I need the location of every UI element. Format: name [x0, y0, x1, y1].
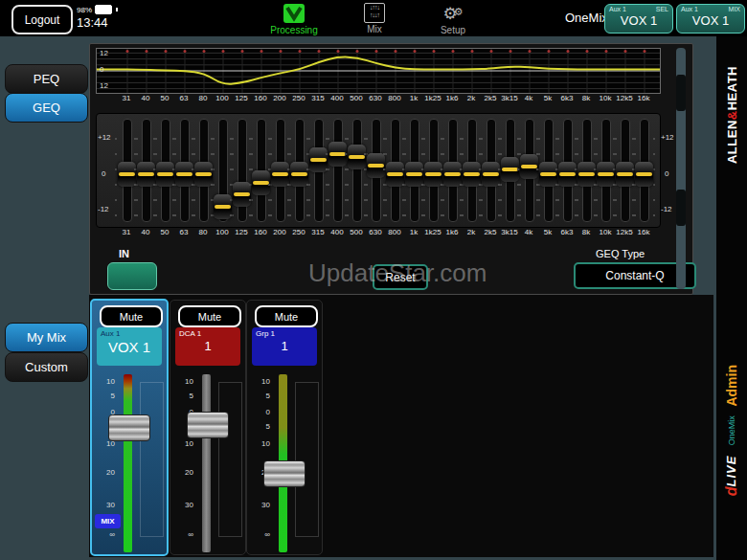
geq-tab-button[interactable]: GEQ	[5, 93, 88, 123]
geq-response-curve	[97, 49, 660, 93]
geq-fader-track-500[interactable]	[352, 119, 362, 222]
geq-fader-handle-16k[interactable]	[635, 162, 653, 187]
battery-icon	[95, 5, 112, 14]
tab-setup[interactable]: ⚙⚙ Setup	[419, 1, 487, 36]
level-meter	[124, 374, 132, 552]
freq-label: 63	[180, 228, 189, 236]
strip-scale-label: 5	[249, 392, 270, 400]
freq-label: 250	[292, 94, 305, 102]
freq-label: 80	[199, 94, 208, 102]
freq-label: 6k3	[561, 228, 574, 236]
logout-button[interactable]: Logout	[11, 5, 73, 34]
custom-tab-button[interactable]: Custom	[5, 352, 88, 382]
channel-strip-vox1[interactable]: Mute Aux 1 VOX 1 10505102030∞ MIX	[90, 299, 169, 556]
reset-button[interactable]: Reset	[373, 264, 428, 290]
strip-scale-label: 30	[249, 501, 270, 509]
freq-label: 400	[330, 94, 343, 102]
freq-label: 80	[199, 228, 208, 236]
freq-label: 200	[273, 94, 285, 102]
ampersand: &	[725, 110, 739, 120]
freq-label: 800	[388, 228, 400, 236]
channel-fader-handle[interactable]	[108, 414, 150, 441]
onemix-brand: OneMix	[727, 416, 736, 446]
fader-track	[202, 374, 211, 552]
freq-label: 16k	[638, 94, 650, 102]
allen-heath-logo: ALLEN&HEATH	[716, 43, 747, 187]
freq-label: 160	[254, 94, 266, 102]
strip-scale-label: 30	[94, 501, 115, 509]
tab-mix[interactable]: ↓↑↑↓↑↓↓↑ Mix	[341, 1, 408, 36]
freq-label: 1k25	[424, 94, 441, 102]
tab-processing[interactable]: Processing	[260, 1, 328, 36]
mymix-tab-button[interactable]: My Mix	[5, 323, 88, 352]
geq-fader-track-400[interactable]	[333, 119, 343, 222]
freq-label: 630	[369, 94, 381, 102]
processing-icon	[283, 3, 306, 24]
freq-label: 31	[123, 94, 131, 102]
geq-in-button[interactable]	[107, 262, 157, 290]
strip-scale-label: 10	[94, 377, 115, 386]
mix-icon: ↓↑↑↓↑↓↓↑	[364, 3, 385, 23]
meter-scale-box	[218, 382, 242, 537]
freq-label: 160	[254, 228, 266, 236]
meter-scale-box	[140, 382, 164, 537]
in-label: IN	[119, 248, 129, 259]
freq-label: 2k5	[485, 94, 497, 102]
mute-button[interactable]: Mute	[255, 305, 318, 327]
freq-label: 63	[180, 94, 189, 102]
mix-badge: MIX	[95, 514, 121, 528]
scrollbar-thumb-bottom[interactable]	[676, 190, 686, 226]
mute-button[interactable]: Mute	[100, 305, 163, 327]
freq-label: 500	[350, 94, 362, 102]
freq-label: 5k	[544, 94, 552, 102]
freq-label: 10k	[600, 94, 612, 102]
dlive-logo: d	[723, 487, 739, 497]
geq-type-label: GEQ Type	[596, 248, 645, 259]
scrollbar-thumb-top[interactable]	[676, 75, 686, 111]
frequency-labels-bottom: 3140506380100125160200250315400500630800…	[90, 228, 692, 239]
channel-name-plate[interactable]: DCA 1 1	[175, 327, 240, 366]
strip-scale-label: 5	[94, 392, 115, 400]
geq-response-graph: 12 0 12	[96, 48, 661, 94]
strip-scale-label: 10	[249, 439, 270, 448]
freq-label: 125	[235, 228, 247, 236]
freq-label: 500	[350, 228, 362, 236]
channel-name-plate[interactable]: Grp 1 1	[252, 327, 317, 366]
admin-label: Admin	[724, 365, 739, 407]
battery-percent: 98%	[77, 6, 92, 14]
channel-strip-grp1[interactable]: Mute Grp 1 1 10505102030∞	[246, 300, 323, 555]
freq-label: 6k3	[561, 94, 574, 102]
strip-scale-label: 10	[172, 439, 193, 448]
strip-scale-label: ∞	[249, 530, 270, 539]
strip-scale-label: 20	[172, 468, 193, 477]
freq-label: 630	[369, 228, 381, 236]
freq-label: 12k5	[616, 94, 632, 102]
strip-scale-label: 20	[94, 468, 115, 477]
freq-label: 315	[311, 228, 324, 236]
freq-label: 400	[330, 228, 343, 236]
bank-ytick-left: -12	[98, 205, 115, 213]
selected-channel-button[interactable]: Aux 1 SEL VOX 1	[604, 4, 673, 34]
channel-fader-handle[interactable]	[263, 460, 306, 487]
strip-scale-label: 10	[249, 377, 270, 386]
mute-button[interactable]: Mute	[178, 305, 241, 327]
freq-label: 16k	[638, 228, 650, 236]
strip-scale-label: 5	[249, 422, 270, 431]
curve-ytick: 0	[100, 65, 113, 74]
strip-scale-label: 30	[172, 501, 193, 509]
bank-ytick-left: +12	[98, 133, 115, 142]
freq-label: 40	[142, 228, 150, 236]
strip-scale-label: ∞	[172, 530, 193, 539]
channel-name-plate[interactable]: Aux 1 VOX 1	[97, 327, 162, 366]
peq-tab-button[interactable]: PEQ	[5, 64, 88, 94]
geq-scrollbar[interactable]	[676, 48, 686, 289]
freq-label: 40	[142, 94, 150, 102]
freq-label: 8k	[582, 228, 590, 236]
channel-fader-handle[interactable]	[187, 412, 229, 438]
freq-label: 10k	[600, 228, 612, 236]
mix-channel-button[interactable]: Aux 1 MIX VOX 1	[676, 4, 745, 34]
freq-label: 12k5	[616, 228, 632, 236]
freq-label: 31	[123, 228, 131, 236]
channel-strip-dca1[interactable]: Mute DCA 1 1 10505102030∞	[170, 300, 246, 555]
freq-label: 50	[161, 94, 170, 102]
